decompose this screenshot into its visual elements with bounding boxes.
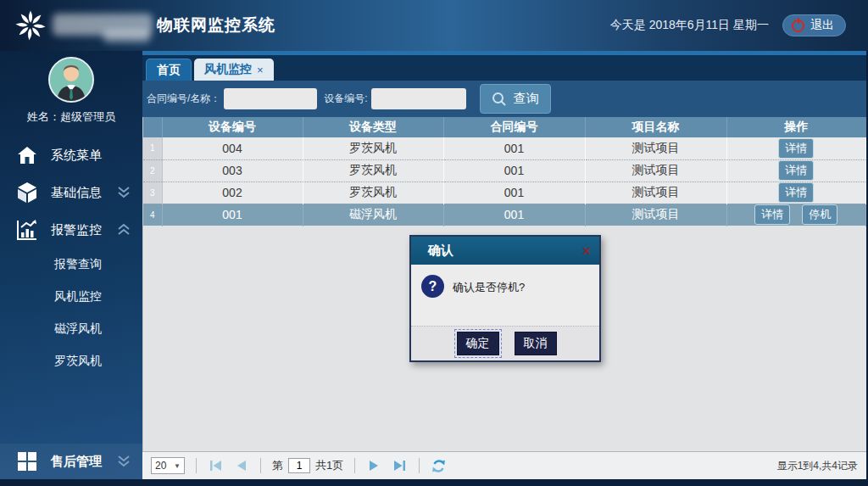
sidebar-item-basic-info[interactable]: 基础信息 [0,174,142,211]
dialog-close-icon[interactable]: × [581,243,591,259]
table-row[interactable]: 3 002 罗茨风机 001 测试项目 详情 [143,182,866,204]
cell-actions: 详情 [726,137,866,159]
logo-icon [12,7,49,44]
device-input[interactable] [371,88,466,109]
detail-button[interactable]: 详情 [778,138,814,159]
table-row[interactable]: 1 004 罗茨风机 001 测试项目 详情 [143,137,866,159]
app-window: 物联网监控系统 今天是 2018年6月11日 星期一 退出 姓名：超 [0,0,868,486]
search-icon [492,92,507,107]
sidebar-item-system-menu[interactable]: 系统菜单 [0,137,142,174]
prev-page-button[interactable] [234,458,249,473]
cell-contract-no: 001 [443,182,585,204]
next-page-button[interactable] [366,458,381,473]
logout-button[interactable]: 退出 [782,14,846,36]
user-name-label: 姓名：超级管理员 [0,109,142,125]
dialog-title: 确认 [428,243,453,259]
tab-label: 风机监控 [204,62,252,77]
tab-home[interactable]: 首页 [146,59,192,81]
cell-device-no: 004 [162,137,303,159]
contract-input[interactable] [224,88,317,109]
divider [196,458,197,473]
chevron-down-icon: ▼ [174,462,181,470]
cube-icon [14,182,41,204]
divider [354,458,355,473]
col-actions: 操作 [726,117,866,137]
sidebar-subitem-maglev-fan[interactable]: 磁浮风机 [0,313,142,345]
ok-button[interactable]: 确定 [457,332,499,355]
confirm-dialog: 确认 × ? 确认是否停机? 确定 取消 [409,235,601,362]
dialog-footer: 确定 取消 [411,326,599,360]
dialog-titlebar: 确认 × [411,237,599,265]
page-suffix-label: 共1页 [315,458,343,473]
cell-project: 测试项目 [585,159,726,182]
sidebar-subitem-roots-fan[interactable]: 罗茨风机 [0,345,142,377]
cell-device-no: 001 [162,204,303,226]
device-label: 设备编号: [324,92,367,106]
first-page-button[interactable] [208,458,223,473]
row-number: 4 [143,204,162,226]
page-size-select[interactable]: 20 ▼ [151,457,185,474]
page-size-value: 20 [155,460,166,472]
table-row-selected[interactable]: 4 001 磁浮风机 001 测试项目 详情 停机 [143,204,866,226]
app-header: 物联网监控系统 今天是 2018年6月11日 星期一 退出 [0,0,868,51]
cell-project: 测试项目 [585,204,726,226]
col-contract-no: 合同编号 [443,117,585,137]
question-icon: ? [421,275,444,298]
row-number: 3 [143,182,162,204]
sidebar-item-aftersales[interactable]: 售后管理 [0,444,142,479]
cell-contract-no: 001 [443,137,585,159]
query-button[interactable]: 查询 [480,84,551,114]
header-right: 今天是 2018年6月11日 星期一 退出 [610,0,846,51]
logo-text-redacted [53,14,153,36]
cancel-button[interactable]: 取消 [515,332,557,355]
sidebar-menu: 系统菜单 基础信息 [0,137,142,377]
divider [260,458,261,473]
detail-button[interactable]: 详情 [754,204,790,225]
sidebar-item-label: 售后管理 [51,454,115,470]
device-table: 设备编号 设备类型 合同编号 项目名称 操作 1 004 罗茨风机 001 测试… [143,117,866,226]
sidebar-item-label: 基础信息 [51,185,115,201]
dialog-message: 确认是否停机? [453,275,525,295]
last-page-button[interactable] [392,458,408,473]
chevron-up-icon [115,223,132,237]
record-summary: 显示1到4,共4记录 [777,459,858,473]
search-bar: 合同编号/名称： 设备编号: 查询 [142,81,866,117]
refresh-icon[interactable] [431,458,447,474]
avatar [48,57,94,103]
sidebar-item-label: 系统菜单 [51,148,132,164]
ok-button-focus-ring: 确定 [454,329,502,358]
page-number-input[interactable] [288,458,310,473]
divider [419,458,420,473]
grid-icon [14,451,41,472]
cell-device-type: 罗茨风机 [303,159,443,182]
col-project: 项目名称 [585,117,726,137]
sidebar-subitem-fan-monitor[interactable]: 风机监控 [0,281,142,313]
tab-fan-monitor[interactable]: 风机监控 × [194,59,274,81]
table-header-row: 设备编号 设备类型 合同编号 项目名称 操作 [143,117,866,137]
row-number: 2 [143,159,162,182]
logout-label: 退出 [810,18,834,33]
cell-actions: 详情 停机 [726,204,866,226]
detail-button[interactable]: 详情 [778,182,814,203]
row-number: 1 [143,137,162,159]
page-prefix-label: 第 [272,458,283,473]
cell-actions: 详情 [726,182,866,204]
chevron-down-icon [115,186,132,199]
table-row[interactable]: 2 003 罗茨风机 001 测试项目 详情 [143,159,866,182]
cell-device-type: 罗茨风机 [303,182,443,204]
cell-device-no: 002 [162,182,303,204]
home-icon [14,145,41,165]
cell-actions: 详情 [726,159,866,182]
tab-close-icon[interactable]: × [257,64,264,76]
cell-project: 测试项目 [585,182,726,204]
detail-button[interactable]: 详情 [778,160,814,181]
sidebar-subitem-alarm-query[interactable]: 报警查询 [0,249,142,281]
pagination-bar: 20 ▼ 第 共1页 [142,451,866,479]
sidebar-item-alarm-monitor[interactable]: 报警监控 [0,211,142,249]
power-icon [792,20,804,32]
dialog-body: ? 确认是否停机? [411,265,599,326]
sidebar-item-label: 报警监控 [51,222,115,238]
stop-button[interactable]: 停机 [802,204,837,225]
cell-device-type: 罗茨风机 [303,137,443,159]
col-row-number [143,117,162,137]
